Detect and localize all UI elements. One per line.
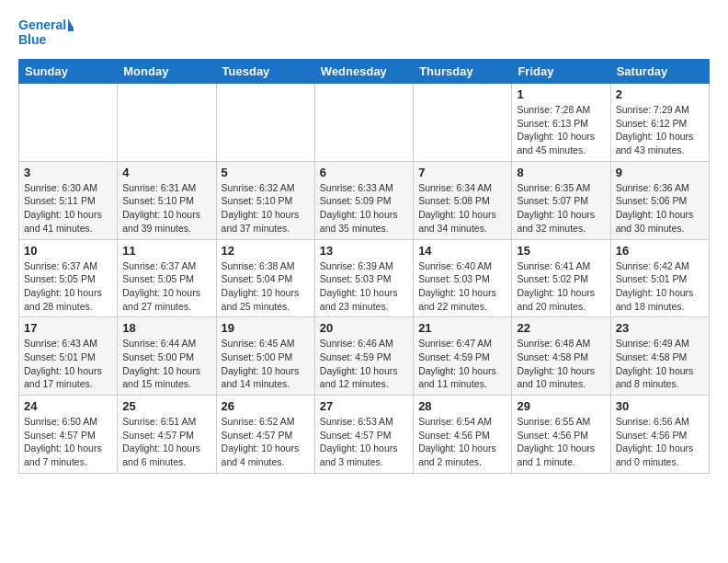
calendar-week-row: 3Sunrise: 6:30 AM Sunset: 5:11 PM Daylig… [19, 161, 710, 239]
calendar-day-cell: 17Sunrise: 6:43 AM Sunset: 5:01 PM Dayli… [19, 317, 118, 396]
calendar-day-cell: 6Sunrise: 6:33 AM Sunset: 5:09 PM Daylig… [314, 161, 413, 239]
day-info: Sunrise: 6:32 AM Sunset: 5:10 PM Dayligh… [222, 181, 310, 236]
calendar-day-cell: 3Sunrise: 6:30 AM Sunset: 5:11 PM Daylig… [19, 161, 118, 239]
day-number: 19 [222, 321, 310, 335]
day-number: 21 [418, 321, 506, 335]
day-info: Sunrise: 6:52 AM Sunset: 4:57 PM Dayligh… [222, 415, 310, 469]
calendar-empty-cell [314, 84, 413, 162]
day-info: Sunrise: 6:36 AM Sunset: 5:06 PM Dayligh… [616, 181, 704, 236]
day-info: Sunrise: 6:45 AM Sunset: 5:00 PM Dayligh… [222, 337, 310, 391]
calendar-day-cell: 20Sunrise: 6:46 AM Sunset: 4:59 PM Dayli… [314, 317, 413, 396]
calendar-week-row: 10Sunrise: 6:37 AM Sunset: 5:05 PM Dayli… [19, 239, 710, 317]
calendar-day-cell: 30Sunrise: 6:56 AM Sunset: 4:56 PM Dayli… [610, 396, 709, 474]
day-info: Sunrise: 6:37 AM Sunset: 5:05 PM Dayligh… [24, 259, 112, 314]
svg-text:General: General [18, 17, 66, 32]
day-number: 27 [320, 399, 408, 413]
calendar-day-cell: 23Sunrise: 6:49 AM Sunset: 4:58 PM Dayli… [610, 317, 709, 396]
day-info: Sunrise: 6:33 AM Sunset: 5:09 PM Dayligh… [320, 181, 408, 236]
day-number: 20 [320, 321, 408, 335]
calendar-day-cell: 11Sunrise: 6:37 AM Sunset: 5:05 PM Dayli… [118, 239, 216, 317]
calendar-day-cell: 16Sunrise: 6:42 AM Sunset: 5:01 PM Dayli… [610, 239, 709, 317]
day-number: 6 [320, 166, 408, 179]
calendar-day-cell: 26Sunrise: 6:52 AM Sunset: 4:57 PM Dayli… [216, 396, 314, 474]
calendar-day-cell: 12Sunrise: 6:38 AM Sunset: 5:04 PM Dayli… [216, 239, 314, 317]
day-number: 29 [517, 399, 605, 413]
day-info: Sunrise: 6:41 AM Sunset: 5:02 PM Dayligh… [517, 259, 605, 314]
calendar-day-cell: 18Sunrise: 6:44 AM Sunset: 5:00 PM Dayli… [118, 317, 216, 396]
calendar-empty-cell [216, 84, 314, 162]
day-number: 7 [418, 166, 506, 179]
day-info: Sunrise: 6:46 AM Sunset: 4:59 PM Dayligh… [320, 337, 408, 391]
calendar-empty-cell [414, 84, 512, 162]
day-info: Sunrise: 6:34 AM Sunset: 5:08 PM Dayligh… [418, 181, 506, 236]
calendar-body: 1Sunrise: 7:28 AM Sunset: 6:13 PM Daylig… [19, 84, 710, 474]
calendar-day-cell: 5Sunrise: 6:32 AM Sunset: 5:10 PM Daylig… [216, 161, 314, 239]
weekday-header-friday: Friday [512, 60, 610, 84]
logo-svg: General Blue [18, 15, 74, 52]
day-number: 25 [122, 399, 210, 413]
day-number: 1 [517, 87, 605, 101]
calendar-day-cell: 4Sunrise: 6:31 AM Sunset: 5:10 PM Daylig… [118, 161, 216, 239]
calendar-week-row: 1Sunrise: 7:28 AM Sunset: 6:13 PM Daylig… [19, 84, 710, 162]
day-number: 14 [418, 244, 506, 258]
day-info: Sunrise: 6:48 AM Sunset: 4:58 PM Dayligh… [517, 337, 605, 391]
day-number: 5 [222, 166, 310, 179]
day-number: 15 [517, 244, 605, 258]
calendar-day-cell: 21Sunrise: 6:47 AM Sunset: 4:59 PM Dayli… [414, 317, 512, 396]
day-number: 9 [616, 166, 704, 179]
calendar-day-cell: 9Sunrise: 6:36 AM Sunset: 5:06 PM Daylig… [610, 161, 709, 239]
day-number: 11 [122, 244, 210, 258]
svg-text:Blue: Blue [18, 32, 47, 47]
day-number: 12 [222, 244, 310, 258]
calendar-day-cell: 2Sunrise: 7:29 AM Sunset: 6:12 PM Daylig… [610, 84, 709, 162]
day-info: Sunrise: 6:31 AM Sunset: 5:10 PM Dayligh… [122, 181, 210, 236]
day-number: 10 [24, 244, 112, 258]
page-header: General Blue [18, 15, 710, 52]
weekday-header-sunday: Sunday [19, 60, 118, 84]
day-info: Sunrise: 7:28 AM Sunset: 6:13 PM Dayligh… [517, 103, 605, 157]
weekday-header-saturday: Saturday [610, 60, 709, 84]
day-number: 16 [616, 244, 704, 258]
calendar-day-cell: 25Sunrise: 6:51 AM Sunset: 4:57 PM Dayli… [118, 396, 216, 474]
day-number: 3 [24, 166, 112, 179]
calendar-day-cell: 28Sunrise: 6:54 AM Sunset: 4:56 PM Dayli… [414, 396, 512, 474]
calendar-week-row: 24Sunrise: 6:50 AM Sunset: 4:57 PM Dayli… [19, 396, 710, 474]
day-number: 8 [517, 166, 605, 179]
day-number: 2 [616, 87, 704, 101]
day-info: Sunrise: 6:50 AM Sunset: 4:57 PM Dayligh… [24, 415, 112, 469]
calendar-day-cell: 27Sunrise: 6:53 AM Sunset: 4:57 PM Dayli… [314, 396, 413, 474]
calendar-table: SundayMondayTuesdayWednesdayThursdayFrid… [18, 59, 710, 474]
calendar-day-cell: 7Sunrise: 6:34 AM Sunset: 5:08 PM Daylig… [414, 161, 512, 239]
day-number: 17 [24, 321, 112, 335]
day-info: Sunrise: 6:35 AM Sunset: 5:07 PM Dayligh… [517, 181, 605, 236]
day-number: 26 [222, 399, 310, 413]
calendar-day-cell: 1Sunrise: 7:28 AM Sunset: 6:13 PM Daylig… [512, 84, 610, 162]
day-number: 23 [616, 321, 704, 335]
day-info: Sunrise: 7:29 AM Sunset: 6:12 PM Dayligh… [616, 103, 704, 157]
calendar-day-cell: 15Sunrise: 6:41 AM Sunset: 5:02 PM Dayli… [512, 239, 610, 317]
calendar-day-cell: 19Sunrise: 6:45 AM Sunset: 5:00 PM Dayli… [216, 317, 314, 396]
day-number: 18 [122, 321, 210, 335]
day-info: Sunrise: 6:40 AM Sunset: 5:03 PM Dayligh… [418, 259, 506, 314]
day-info: Sunrise: 6:53 AM Sunset: 4:57 PM Dayligh… [320, 415, 408, 469]
calendar-day-cell: 22Sunrise: 6:48 AM Sunset: 4:58 PM Dayli… [512, 317, 610, 396]
logo: General Blue [18, 15, 74, 52]
day-info: Sunrise: 6:30 AM Sunset: 5:11 PM Dayligh… [24, 181, 112, 236]
weekday-header-tuesday: Tuesday [216, 60, 314, 84]
day-number: 24 [24, 399, 112, 413]
day-number: 22 [517, 321, 605, 335]
day-info: Sunrise: 6:42 AM Sunset: 5:01 PM Dayligh… [616, 259, 704, 314]
calendar-day-cell: 29Sunrise: 6:55 AM Sunset: 4:56 PM Dayli… [512, 396, 610, 474]
day-number: 28 [418, 399, 506, 413]
day-info: Sunrise: 6:56 AM Sunset: 4:56 PM Dayligh… [616, 415, 704, 469]
day-number: 4 [122, 166, 210, 179]
calendar-empty-cell [19, 84, 118, 162]
day-info: Sunrise: 6:39 AM Sunset: 5:03 PM Dayligh… [320, 259, 408, 314]
svg-marker-2 [68, 18, 74, 31]
calendar-week-row: 17Sunrise: 6:43 AM Sunset: 5:01 PM Dayli… [19, 317, 710, 396]
day-info: Sunrise: 6:44 AM Sunset: 5:00 PM Dayligh… [122, 337, 210, 391]
day-info: Sunrise: 6:47 AM Sunset: 4:59 PM Dayligh… [418, 337, 506, 391]
day-info: Sunrise: 6:43 AM Sunset: 5:01 PM Dayligh… [24, 337, 112, 391]
calendar-day-cell: 10Sunrise: 6:37 AM Sunset: 5:05 PM Dayli… [19, 239, 118, 317]
day-info: Sunrise: 6:55 AM Sunset: 4:56 PM Dayligh… [517, 415, 605, 469]
